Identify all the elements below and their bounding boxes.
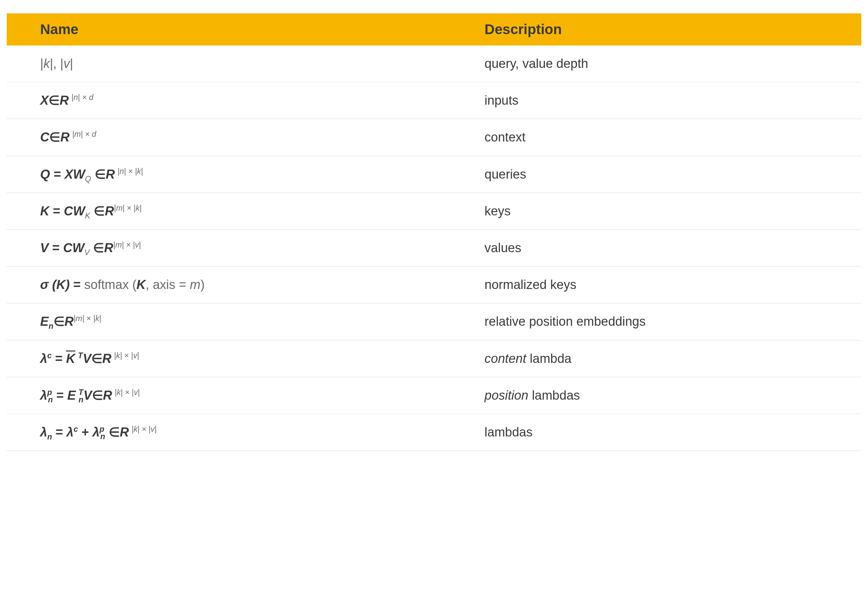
table-row: K = CWK ∈R|m| × |k| keys: [7, 193, 861, 229]
description-cell: relative position embeddings: [451, 303, 861, 340]
formula-cell: Q = XWQ ∈R|n| × |k|: [7, 156, 451, 193]
column-header-name: Name: [7, 13, 451, 45]
formula-cell: X∈R|n| × d: [7, 82, 451, 119]
formula-cell: |k|, |v|: [7, 45, 451, 82]
table-row: X∈R|n| × d inputs: [7, 82, 861, 119]
description-cell: values: [451, 229, 861, 266]
formula-cell: K = CWK ∈R|m| × |k|: [7, 193, 451, 229]
formula-cell: σ (K) = softmax (K, axis = m): [7, 266, 451, 303]
table-row: Q = XWQ ∈R|n| × |k| queries: [7, 156, 861, 193]
description-cell: position lambdas: [451, 377, 861, 414]
table-row: V = CWV ∈R|m| × |v| values: [7, 229, 861, 266]
table-row: σ (K) = softmax (K, axis = m) normalized…: [7, 266, 861, 303]
table-row: λn = λc + λpn ∈R|k| × |v| lambdas: [7, 414, 861, 450]
description-cell: lambdas: [451, 414, 861, 450]
formula-cell: En∈R|m| × |k|: [7, 303, 451, 340]
table-header-row: Name Description: [7, 13, 861, 45]
formula-cell: λn = λc + λpn ∈R|k| × |v|: [7, 414, 451, 450]
notation-table: Name Description |k|, |v| query, value d…: [7, 13, 861, 451]
formula-cell: C∈R|m| × d: [7, 119, 451, 156]
table-row: λpn = ETnV∈R|k| × |v| position lambdas: [7, 377, 861, 414]
description-cell: context: [451, 119, 861, 156]
description-cell: query, value depth: [451, 45, 861, 82]
formula-cell: λpn = ETnV∈R|k| × |v|: [7, 377, 451, 414]
table-row: λc = KTV∈R|k| × |v| content lambda: [7, 340, 861, 377]
column-header-description: Description: [451, 13, 861, 45]
description-cell: inputs: [451, 82, 861, 119]
table-row: En∈R|m| × |k| relative position embeddin…: [7, 303, 861, 340]
notation-table-container: Name Description |k|, |v| query, value d…: [7, 13, 861, 451]
table-row: |k|, |v| query, value depth: [7, 45, 861, 82]
description-cell: content lambda: [451, 340, 861, 377]
formula-cell: λc = KTV∈R|k| × |v|: [7, 340, 451, 377]
description-cell: normalized keys: [451, 266, 861, 303]
table-body: |k|, |v| query, value depth X∈R|n| × d i…: [7, 45, 861, 451]
table-row: C∈R|m| × d context: [7, 119, 861, 156]
formula-cell: V = CWV ∈R|m| × |v|: [7, 229, 451, 266]
description-cell: keys: [451, 193, 861, 229]
description-cell: queries: [451, 156, 861, 193]
